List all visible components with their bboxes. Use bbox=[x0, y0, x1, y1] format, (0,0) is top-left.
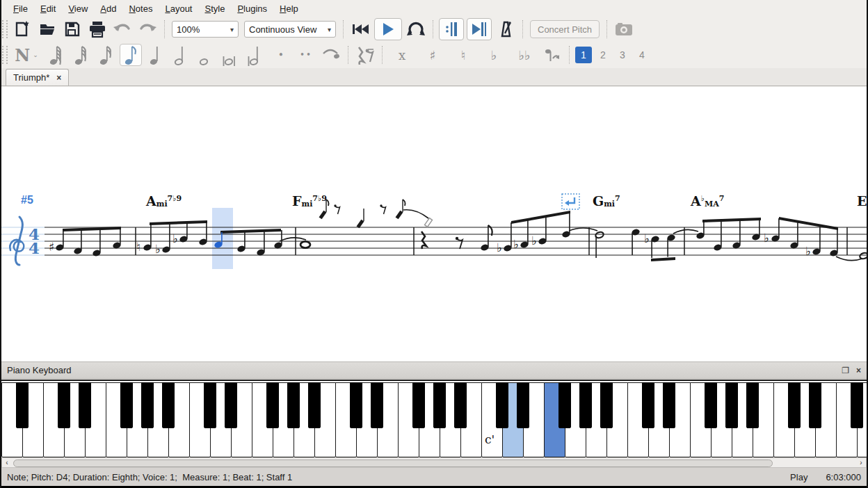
piano-key-black[interactable] bbox=[162, 382, 175, 428]
flat-button[interactable]: ♭ bbox=[483, 44, 505, 66]
open-button[interactable] bbox=[36, 18, 58, 40]
note[interactable] bbox=[595, 231, 604, 258]
piano-key-black[interactable] bbox=[16, 382, 29, 428]
tab-close-icon[interactable]: × bbox=[56, 73, 61, 83]
voice-3-button[interactable]: 3 bbox=[614, 47, 631, 63]
note[interactable] bbox=[789, 222, 799, 250]
double-flat-button[interactable]: ♭♭ bbox=[513, 44, 536, 66]
piano-key-black[interactable] bbox=[225, 382, 237, 428]
note[interactable] bbox=[666, 234, 676, 257]
print-button[interactable] bbox=[86, 18, 108, 40]
voice-1-button[interactable]: 1 bbox=[575, 47, 592, 63]
piano-key-black[interactable] bbox=[809, 382, 821, 428]
piano-key-black[interactable] bbox=[454, 382, 467, 428]
zoom-select[interactable]: 100% ▾ bbox=[172, 21, 239, 38]
scrollbar-thumb[interactable] bbox=[13, 459, 773, 467]
tie-button[interactable] bbox=[320, 44, 342, 66]
note[interactable] bbox=[55, 230, 65, 252]
panel-close-icon[interactable]: × bbox=[856, 366, 861, 375]
64th-note-button[interactable] bbox=[45, 44, 67, 66]
image-capture-button[interactable] bbox=[613, 18, 635, 40]
piano-key-black[interactable] bbox=[663, 382, 675, 428]
menu-file[interactable]: File bbox=[7, 2, 34, 15]
note[interactable] bbox=[300, 241, 310, 247]
piano-key-black[interactable] bbox=[496, 382, 508, 428]
rewind-button[interactable] bbox=[349, 18, 371, 40]
note[interactable] bbox=[112, 228, 122, 250]
note[interactable] bbox=[631, 228, 641, 255]
piano-key-black[interactable] bbox=[517, 382, 529, 428]
piano-key-black[interactable] bbox=[204, 382, 216, 428]
scroll-left-icon[interactable]: ‹ bbox=[2, 459, 12, 466]
piano-key-black[interactable] bbox=[350, 382, 362, 428]
menu-help[interactable]: Help bbox=[273, 2, 305, 15]
piano-key-black[interactable] bbox=[725, 382, 738, 428]
quarter-note-button[interactable] bbox=[145, 44, 167, 66]
play-repeats-button[interactable] bbox=[439, 18, 464, 40]
half-note-button[interactable] bbox=[170, 44, 192, 66]
menu-edit[interactable]: Edit bbox=[34, 2, 62, 15]
note[interactable] bbox=[650, 235, 660, 258]
system-break-icon[interactable] bbox=[562, 194, 579, 209]
voice-2-button[interactable]: 2 bbox=[595, 47, 611, 63]
menu-add[interactable]: Add bbox=[94, 2, 122, 15]
piano-key-black[interactable] bbox=[141, 382, 154, 428]
menu-notes[interactable]: Notes bbox=[122, 2, 159, 15]
menu-layout[interactable]: Layout bbox=[159, 2, 198, 15]
view-mode-select[interactable]: Continuous View ▾ bbox=[244, 21, 336, 38]
undo-button[interactable] bbox=[111, 18, 134, 40]
double-dot-button[interactable]: •• bbox=[295, 44, 317, 66]
note[interactable] bbox=[161, 223, 171, 254]
piano-key-black[interactable] bbox=[433, 382, 446, 428]
note[interactable] bbox=[179, 222, 188, 243]
play-button[interactable] bbox=[374, 18, 402, 40]
piano-key-black[interactable] bbox=[266, 382, 279, 428]
rest-button[interactable] bbox=[354, 44, 376, 66]
metronome-button[interactable] bbox=[495, 18, 517, 40]
double-sharp-button[interactable]: x bbox=[391, 44, 413, 66]
whole-note-button[interactable] bbox=[195, 44, 217, 66]
new-score-button[interactable] bbox=[11, 18, 33, 40]
piano-key-black[interactable] bbox=[287, 382, 300, 428]
note[interactable] bbox=[561, 212, 571, 238]
piano-keyboard[interactable]: c' bbox=[1, 380, 867, 457]
piano-key-black[interactable] bbox=[79, 382, 91, 428]
panel-float-icon[interactable]: ❐ bbox=[842, 366, 849, 375]
tab-triumph[interactable]: Triumph* × bbox=[6, 69, 69, 86]
eighth-note-button[interactable] bbox=[120, 44, 142, 66]
augmentation-dot-button[interactable]: • bbox=[270, 44, 292, 66]
piano-key-black[interactable] bbox=[705, 382, 717, 428]
note[interactable] bbox=[143, 224, 152, 252]
piano-key-black[interactable] bbox=[558, 382, 571, 428]
sharp-button[interactable]: ♯ bbox=[421, 44, 444, 66]
flip-direction-button[interactable] bbox=[541, 44, 563, 66]
piano-key-black[interactable] bbox=[371, 382, 383, 428]
note-input-button[interactable]: N ⌄ bbox=[11, 44, 42, 66]
piano-key-black[interactable] bbox=[308, 382, 321, 428]
piano-key-black[interactable] bbox=[851, 382, 863, 428]
note[interactable] bbox=[503, 222, 513, 252]
menu-view[interactable]: View bbox=[62, 2, 94, 15]
voice-4-button[interactable]: 4 bbox=[634, 47, 650, 63]
piano-key-black[interactable] bbox=[788, 382, 801, 428]
16th-note-button[interactable] bbox=[95, 44, 117, 66]
note[interactable] bbox=[696, 221, 705, 240]
longa-note-button[interactable] bbox=[245, 44, 267, 66]
piano-key-black[interactable] bbox=[412, 382, 425, 428]
natural-button[interactable]: ♮ bbox=[452, 44, 474, 66]
note[interactable] bbox=[859, 252, 868, 259]
note[interactable] bbox=[73, 229, 83, 255]
toolbar-drag-handle[interactable] bbox=[2, 20, 8, 38]
32nd-note-button[interactable] bbox=[70, 44, 92, 66]
score-canvas[interactable]: #544Ami​7♭9​Fmi​7♭9​Gmi​7​A♭​MA​7​E♯♮♭♭♭… bbox=[1, 87, 867, 361]
concert-pitch-button[interactable]: Concert Pitch bbox=[530, 20, 600, 38]
note[interactable] bbox=[713, 220, 723, 252]
keyboard-scrollbar[interactable]: ‹ › bbox=[1, 457, 867, 468]
piano-key-black[interactable] bbox=[642, 382, 654, 428]
save-button[interactable] bbox=[61, 18, 83, 40]
piano-key-black[interactable] bbox=[600, 382, 613, 428]
loop-playback-button[interactable] bbox=[405, 18, 427, 40]
menu-plugins[interactable]: Plugins bbox=[231, 2, 273, 15]
note[interactable] bbox=[771, 218, 780, 243]
note[interactable] bbox=[92, 229, 102, 257]
